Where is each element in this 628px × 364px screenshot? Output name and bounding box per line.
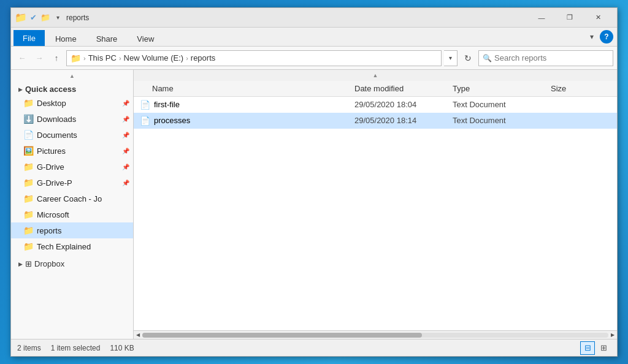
col-header-size[interactable]: Size bbox=[551, 84, 617, 93]
help-button[interactable]: ? bbox=[600, 30, 613, 44]
dropbox-label[interactable]: Dropbox bbox=[34, 259, 64, 268]
file-date-cell: 29/05/2020 18:14 bbox=[354, 116, 453, 125]
file-type-cell: Text Document bbox=[453, 116, 551, 125]
file-name: processes bbox=[154, 116, 190, 125]
maximize-button[interactable]: ❐ bbox=[556, 8, 584, 28]
tab-view[interactable]: View bbox=[128, 31, 163, 46]
hscroll-right-btn[interactable]: ▶ bbox=[608, 331, 617, 339]
microsoft-label: Microsoft bbox=[37, 210, 69, 219]
status-bar: 2 items 1 item selected 110 KB ⊟ ⊞ bbox=[11, 339, 617, 356]
file-type-cell: Text Document bbox=[453, 100, 551, 109]
window-folder-icon: 📁 bbox=[16, 13, 26, 23]
downloads-icon: ⬇️ bbox=[23, 114, 34, 124]
col-header-date[interactable]: Date modified bbox=[354, 84, 453, 93]
main-content: ▲ ▶ Quick access 📁 Desktop 📌 ⬇️ Download… bbox=[11, 70, 617, 339]
search-box[interactable]: 🔍 bbox=[478, 50, 613, 66]
close-button[interactable]: ✕ bbox=[584, 8, 612, 28]
sidebar-item-documents[interactable]: 📄 Documents 📌 bbox=[11, 127, 133, 143]
pin-icon-pictures: 📌 bbox=[122, 148, 129, 154]
desktop-icon: 📁 bbox=[23, 98, 34, 108]
quick-access-expand-icon: ▶ bbox=[18, 86, 23, 93]
table-row[interactable]: 📄 processes 29/05/2020 18:14 Text Docume… bbox=[134, 113, 617, 129]
sidebar-item-microsoft[interactable]: 📁 Microsoft bbox=[11, 207, 133, 222]
details-view-button[interactable]: ⊟ bbox=[580, 341, 595, 355]
column-headers: Name Date modified Type Size bbox=[134, 81, 617, 97]
sidebar-item-pictures[interactable]: 🖼️ Pictures 📌 bbox=[11, 143, 133, 159]
careercoach-label: Career Coach - Jo bbox=[37, 194, 102, 203]
tab-file[interactable]: File bbox=[13, 30, 45, 46]
search-icon: 🔍 bbox=[483, 54, 492, 63]
file-name: first-file bbox=[154, 100, 180, 109]
documents-icon: 📄 bbox=[23, 130, 34, 140]
ribbon-collapse-icon[interactable]: ▾ bbox=[586, 31, 597, 42]
pictures-label: Pictures bbox=[37, 146, 66, 156]
quick-access-icon: ✔ bbox=[28, 13, 38, 23]
explorer-window: 📁 ✔ 📁 ▾ reports — ❐ ✕ File Home Share Vi… bbox=[10, 7, 618, 357]
path-volume[interactable]: New Volume (E:) bbox=[124, 53, 184, 63]
empty-space bbox=[134, 129, 617, 330]
path-this-pc[interactable]: This PC bbox=[88, 53, 117, 63]
careercoach-icon: 📁 bbox=[23, 194, 34, 203]
pictures-icon: 🖼️ bbox=[23, 146, 34, 156]
hscroll-track bbox=[142, 333, 608, 338]
title-bar-icons: 📁 ✔ 📁 ▾ bbox=[16, 13, 63, 23]
forward-button[interactable]: → bbox=[32, 51, 47, 66]
tab-share[interactable]: Share bbox=[87, 31, 127, 46]
gdrivep-label: G-Drive-P bbox=[37, 178, 72, 188]
path-reports[interactable]: reports bbox=[191, 53, 215, 63]
dropbox-expand-icon: ▶ bbox=[18, 261, 23, 267]
horizontal-scrollbar[interactable]: ◀ ▶ bbox=[134, 330, 617, 339]
quick-access-label[interactable]: Quick access bbox=[25, 85, 76, 94]
gdrivep-icon: 📁 bbox=[23, 178, 34, 188]
view-controls: ⊟ ⊞ bbox=[580, 341, 611, 355]
path-sep-3: › bbox=[186, 55, 188, 62]
path-sep-2: › bbox=[119, 55, 121, 62]
path-chevron[interactable]: ▾ bbox=[444, 50, 458, 66]
text-file-icon: 📄 bbox=[140, 100, 150, 110]
sidebar: ▲ ▶ Quick access 📁 Desktop 📌 ⬇️ Download… bbox=[11, 70, 134, 339]
techexplained-label: Tech Explained bbox=[37, 242, 91, 251]
back-button[interactable]: ← bbox=[15, 51, 29, 66]
tab-home[interactable]: Home bbox=[46, 31, 86, 46]
table-row[interactable]: 📄 first-file 29/05/2020 18:04 Text Docum… bbox=[134, 97, 617, 113]
pin-icon-desktop: 📌 bbox=[122, 100, 129, 107]
address-path[interactable]: 📁 › This PC › New Volume (E:) › reports bbox=[66, 50, 442, 66]
ribbon-tabs: File Home Share View bbox=[11, 28, 167, 46]
sidebar-item-gdrivep[interactable]: 📁 G-Drive-P 📌 bbox=[11, 175, 133, 191]
downloads-label: Downloads bbox=[37, 115, 76, 124]
sidebar-item-careercoach[interactable]: 📁 Career Coach - Jo bbox=[11, 191, 133, 207]
titlebar-folder-icon2: 📁 bbox=[40, 13, 50, 23]
minimize-button[interactable]: — bbox=[527, 8, 556, 28]
hscroll-thumb[interactable] bbox=[142, 333, 422, 338]
refresh-button[interactable]: ↻ bbox=[460, 50, 476, 66]
file-list-container: ▲ Name Date modified Type Size 📄 first-f… bbox=[134, 70, 617, 339]
microsoft-icon: 📁 bbox=[23, 210, 34, 219]
path-folder-icon: 📁 bbox=[71, 53, 81, 63]
sidebar-item-downloads[interactable]: ⬇️ Downloads 📌 bbox=[11, 111, 133, 127]
sidebar-item-gdrive[interactable]: 📁 G-Drive 📌 bbox=[11, 159, 133, 175]
pin-icon-gdrivep: 📌 bbox=[122, 180, 129, 186]
search-input[interactable] bbox=[494, 53, 609, 63]
dropbox-icon: ⊞ bbox=[25, 259, 32, 268]
window-title: reports bbox=[66, 13, 527, 22]
hscroll-left-btn[interactable]: ◀ bbox=[134, 331, 142, 339]
ribbon: File Home Share View ▾ ? bbox=[11, 28, 617, 47]
file-size: 110 KB bbox=[110, 344, 134, 352]
sidebar-item-desktop[interactable]: 📁 Desktop 📌 bbox=[11, 95, 133, 111]
sidebar-item-techexplained[interactable]: 📁 Tech Explained bbox=[11, 238, 133, 254]
window-controls: — ❐ ✕ bbox=[527, 8, 612, 28]
sidebar-scroll-up[interactable]: ▲ bbox=[11, 70, 133, 82]
file-date-cell: 29/05/2020 18:04 bbox=[354, 100, 453, 109]
tiles-view-button[interactable]: ⊞ bbox=[596, 341, 611, 355]
dropbox-section: ▶ ⊞ Dropbox bbox=[11, 257, 133, 270]
col-header-name[interactable]: Name bbox=[134, 84, 354, 93]
desktop-label: Desktop bbox=[37, 99, 66, 108]
reports-icon: 📁 bbox=[23, 226, 34, 235]
col-header-type[interactable]: Type bbox=[453, 84, 551, 93]
sort-up-arrow[interactable]: ▲ bbox=[134, 70, 617, 81]
sidebar-item-reports[interactable]: 📁 reports bbox=[11, 222, 133, 238]
address-bar: ← → ↑ 📁 › This PC › New Volume (E:) › re… bbox=[11, 47, 617, 70]
up-button[interactable]: ↑ bbox=[49, 51, 64, 66]
file-name-cell: 📄 first-file bbox=[134, 100, 354, 110]
quick-access-section: ▶ Quick access bbox=[11, 82, 133, 95]
